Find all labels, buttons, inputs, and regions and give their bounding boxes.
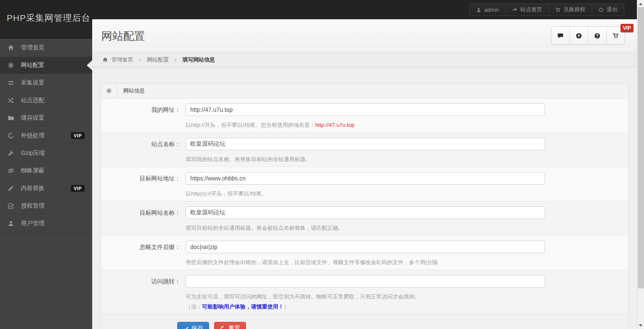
field-hint: 填写目标站的全站通用标题。将会被站点名称替换，请匹配正确。 <box>186 224 628 232</box>
sidebar-item-label: 蜘蛛屏蔽 <box>21 167 44 175</box>
topbar-item-user[interactable]: admin <box>470 4 505 15</box>
scrollbar <box>637 0 644 329</box>
content-header: 网站配置 VIP <box>92 19 637 52</box>
hint-text: 有些后缀的文件处理会出错的，请添加上去，比如压缩文件、视频文件等修改会乱码的文件… <box>186 259 437 265</box>
chevron-right-icon: › <box>139 57 141 63</box>
hint-text: 填写我的站点名称。将替换目标站的全站通用标题。 <box>186 156 311 162</box>
hint-text: （注： <box>186 303 202 310</box>
admin-backend-screen: admin站点首页兑换授权退出 PHP采集网管理后台 管理首页网站配置采集设置站… <box>0 0 644 329</box>
field-label: 站点名称： <box>101 138 181 167</box>
sidebar-item-label: 采集设置 <box>21 79 44 87</box>
pencil-icon <box>8 185 14 192</box>
scrollbar-down-button[interactable] <box>637 322 644 329</box>
vip-badge: VIP <box>71 132 85 139</box>
hint-text: ） <box>284 303 289 310</box>
scrollbar-up-button[interactable] <box>637 0 644 7</box>
sidebar-item-retweet[interactable]: 采集设置 <box>0 74 92 92</box>
cart-icon <box>613 33 619 39</box>
reset-button-label: 重置 <box>228 325 240 329</box>
refresh-icon <box>8 132 14 139</box>
hint-link[interactable]: 可能影响用户体验，请慎重使用！ <box>202 303 284 310</box>
triangle-down-icon <box>639 324 642 326</box>
shuffle-icon <box>8 97 14 104</box>
eye-slash-icon <box>8 167 14 174</box>
refresh-icon <box>220 326 226 329</box>
question-circle-button[interactable] <box>588 27 606 44</box>
breadcrumb-link[interactable]: 管理首页 <box>102 56 133 64</box>
text-input[interactable] <box>186 103 545 116</box>
field-label: 忽略文件后缀： <box>101 241 181 270</box>
sidebar-item-folder[interactable]: 缓存设置 <box>0 109 92 127</box>
form: 我的网址：以http://开头，但不要以/结尾。您当前使用的域名是：http:/… <box>101 98 628 314</box>
field: 有些后缀的文件处理会出错的，请添加上去，比如压缩文件、视频文件等修改会乱码的文件… <box>186 241 628 270</box>
scrollbar-thumb[interactable] <box>638 7 644 288</box>
field-note: （注：可能影响用户体验，请慎重使用！） <box>186 303 628 311</box>
vip-badge: VIP <box>621 24 634 32</box>
download-circle-icon <box>576 33 582 39</box>
field: 填写目标站的全站通用标题。将会被站点名称替换，请匹配正确。 <box>186 206 628 235</box>
wrench-icon <box>8 150 14 157</box>
sidebar-item-shuffle[interactable]: 站点适配 <box>0 92 92 109</box>
header-tool-group <box>551 26 625 45</box>
topbar-item-label: 退出 <box>607 6 618 13</box>
text-input[interactable] <box>186 275 545 288</box>
content: 网站配置 VIP 管理首页›网站配置›填写网站信息 网站信息 我的网址：以htt… <box>92 19 637 329</box>
app-logo: PHP采集网管理后台 <box>7 12 91 24</box>
text-input[interactable] <box>186 138 545 150</box>
reset-button[interactable]: 重置 <box>214 322 246 329</box>
topbar-item-share[interactable]: 站点首页 <box>505 4 548 15</box>
site-info-panel: 网站信息 我的网址：以http://开头，但不要以/结尾。您当前使用的域名是：h… <box>101 83 628 329</box>
vip-badge: VIP <box>71 185 85 192</box>
text-input[interactable] <box>186 172 545 185</box>
topbar-nav: admin站点首页兑换授权退出 <box>469 3 624 16</box>
sidebar-item-label: Gzip压缩 <box>21 149 45 157</box>
form-row: 目标网站地址：以http(s)://开头，但不要以/结尾。 <box>101 167 628 201</box>
gear-icon <box>8 62 14 69</box>
topbar-item-cart[interactable]: 兑换授权 <box>548 4 592 15</box>
hint-text: 填写目标站的全站通用标题。将会被站点名称替换，请匹配正确。 <box>186 225 344 231</box>
check-icon <box>183 326 189 329</box>
question-circle-icon <box>594 33 600 39</box>
hint-highlight: http://47.u7u.top <box>315 122 354 128</box>
field: 以http://开头，但不要以/结尾。您当前使用的域名是：http://47.u… <box>186 103 628 132</box>
breadcrumb-label: 填写网站信息 <box>182 56 215 64</box>
sidebar-item-label: 内容替换 <box>21 185 44 192</box>
download-circle-button[interactable] <box>569 27 588 44</box>
topbar-item-power[interactable]: 退出 <box>592 4 624 15</box>
text-input[interactable] <box>186 241 545 253</box>
main-area: 网站信息 我的网址：以http://开头，但不要以/结尾。您当前使用的域名是：h… <box>92 83 637 329</box>
sidebar-item-gear[interactable]: 网站配置 <box>0 57 92 74</box>
field-label: 访问跳转： <box>101 275 181 314</box>
sidebar-item-user[interactable]: 用户管理 <box>0 215 92 232</box>
home-icon <box>8 44 14 51</box>
sidebar-item-label: 管理首页 <box>21 44 44 51</box>
field: 填写我的站点名称。将替换目标站的全站通用标题。 <box>186 138 628 167</box>
user-icon <box>476 7 481 13</box>
field-hint: 可为主站引流，填写可访问的网址，留空则为不跳转。蜘蛛可正常爬取，只有正常访问才会… <box>186 293 628 301</box>
topbar: admin站点首页兑换授权退出 <box>0 0 637 19</box>
sidebar-item-pencil[interactable]: 内容替换VIP <box>0 180 92 197</box>
text-input[interactable] <box>186 206 545 219</box>
breadcrumb-label: 管理首页 <box>111 56 133 64</box>
sidebar-item-label: 缓存设置 <box>21 114 44 122</box>
topbar-item-label: 站点首页 <box>520 6 542 13</box>
sidebar-item-label: 站点适配 <box>21 97 44 104</box>
topbar-item-label: admin <box>484 7 499 13</box>
form-row: 访问跳转：可为主站引流，填写可访问的网址，留空则为不跳转。蜘蛛可正常爬取，只有正… <box>101 270 628 314</box>
breadcrumb-link[interactable]: 网站配置 <box>147 56 169 64</box>
sidebar-item-wrench[interactable]: Gzip压缩 <box>0 144 92 162</box>
sidebar-item-refresh[interactable]: 外链处理VIP <box>0 127 92 144</box>
hint-text: 可为主站引流，填写可访问的网址，留空则为不跳转。蜘蛛可正常爬取，只有正常访问才会… <box>186 293 420 300</box>
form-footer: 保存 重置 <box>101 314 628 329</box>
save-button[interactable]: 保存 <box>177 322 209 329</box>
sidebar-item-eye-slash[interactable]: 蜘蛛屏蔽 <box>0 162 92 180</box>
field-hint: 填写我的站点名称。将替换目标站的全站通用标题。 <box>186 156 628 164</box>
check-square-icon <box>8 203 14 209</box>
sidebar-item-home[interactable]: 管理首页 <box>0 39 92 57</box>
sidebar-item-check-square[interactable]: 授权管理 <box>0 197 92 215</box>
breadcrumb-label: 网站配置 <box>147 56 169 64</box>
hint-text: 以http(s)://开头，但不要以/结尾。 <box>186 190 267 197</box>
field-hint: 有些后缀的文件处理会出错的，请添加上去，比如压缩文件、视频文件等修改会乱码的文件… <box>186 259 628 267</box>
field: 可为主站引流，填写可访问的网址，留空则为不跳转。蜘蛛可正常爬取，只有正常访问才会… <box>186 275 628 314</box>
comment-button[interactable] <box>551 27 569 44</box>
